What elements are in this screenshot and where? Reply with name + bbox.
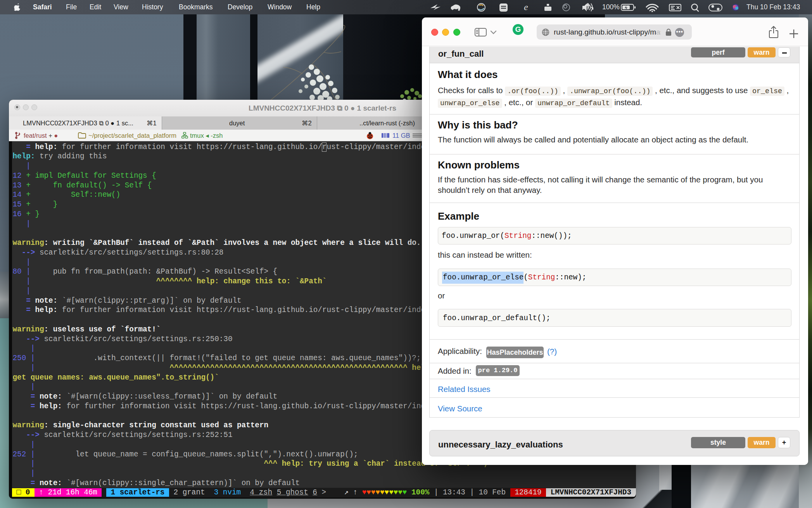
svg-text:e: e [524, 3, 528, 12]
